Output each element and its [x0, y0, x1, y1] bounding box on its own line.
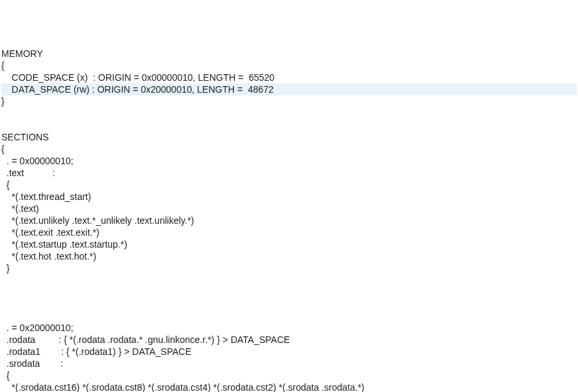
code-line: .rodata : { *(.rodata .rodata.* .gnu.lin…	[1, 334, 577, 346]
code-line: }	[1, 95, 577, 107]
code-line: *(.text.startup .text.startup.*)	[1, 238, 577, 250]
code-line: *(.srodata.cst16) *(.srodata.cst8) *(.sr…	[1, 381, 577, 392]
code-line: CODE_SPACE (x) : ORIGIN = 0x00000010, LE…	[1, 72, 577, 83]
code-line	[1, 298, 577, 310]
code-line	[1, 107, 577, 119]
code-line: .rodata1 : { *(.rodata1) } > DATA_SPACE	[1, 346, 577, 358]
code-line: *(.text.exit .text.exit.*)	[1, 226, 577, 238]
code-line: *(.text.unlikely .text.*_unlikely .text.…	[1, 215, 577, 226]
code-line: .srodata :	[1, 358, 577, 369]
code-line	[1, 274, 577, 286]
code-line	[1, 286, 577, 298]
code-line: {	[1, 369, 577, 381]
code-line: DATA_SPACE (rw) : ORIGIN = 0x20000010, L…	[1, 83, 577, 95]
code-line	[1, 310, 577, 322]
code-line: .text :	[1, 167, 577, 179]
code-line: SECTIONS	[1, 131, 577, 143]
code-line: {	[1, 60, 577, 72]
code-line: *(.text.hot .text.hot.*)	[1, 250, 577, 262]
linker-script-code: MEMORY{ CODE_SPACE (x) : ORIGIN = 0x0000…	[0, 48, 578, 392]
code-line: . = 0x00000010;	[1, 155, 577, 167]
code-line: *(.text)	[1, 203, 577, 215]
code-line: }	[1, 262, 577, 274]
code-line: . = 0x20000010;	[1, 322, 577, 334]
code-line	[1, 119, 577, 131]
code-line: *(.text.thread_start)	[1, 191, 577, 203]
code-line: {	[1, 179, 577, 191]
code-line: MEMORY	[1, 48, 577, 60]
code-line: {	[1, 143, 577, 155]
